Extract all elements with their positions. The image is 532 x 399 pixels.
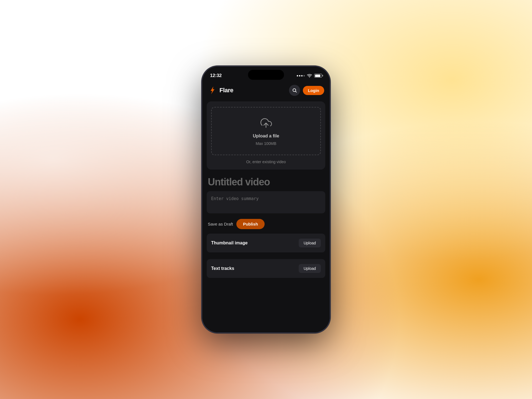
wifi-icon xyxy=(307,74,312,78)
status-bar: 12:32 xyxy=(202,66,330,81)
thumbnail-upload-button[interactable]: Upload xyxy=(299,239,321,247)
svg-marker-1 xyxy=(211,86,214,94)
safe-area xyxy=(202,323,330,332)
phone-screen: 12:32 xyxy=(202,66,330,332)
status-icons xyxy=(297,74,322,78)
search-icon xyxy=(292,88,297,93)
text-tracks-label: Text tracks xyxy=(211,266,234,271)
text-tracks-upload-button[interactable]: Upload xyxy=(299,264,321,273)
upload-alternative[interactable]: Or, enter existing video xyxy=(211,160,321,164)
thumbnail-label: Thumbnail image xyxy=(211,241,248,245)
battery-fill xyxy=(315,75,321,77)
summary-input[interactable] xyxy=(207,191,325,213)
svg-point-0 xyxy=(309,77,310,78)
svg-line-3 xyxy=(296,91,297,92)
upload-cloud-icon xyxy=(259,116,273,131)
app-header: Flare Login xyxy=(202,81,330,99)
svg-point-2 xyxy=(293,89,296,92)
upload-title: Upload a file xyxy=(253,134,279,139)
dynamic-island xyxy=(248,70,284,80)
search-button[interactable] xyxy=(289,85,300,96)
text-tracks-section: Text tracks Upload xyxy=(207,259,325,278)
video-title-section: Untitled video xyxy=(202,174,330,191)
battery-icon xyxy=(314,74,322,78)
signal-icon xyxy=(297,75,305,76)
upload-section: Upload a file Max 100MB Or, enter existi… xyxy=(207,101,325,170)
save-draft-button[interactable]: Save as Draft xyxy=(208,219,233,229)
upload-subtitle: Max 100MB xyxy=(256,141,277,146)
publish-button[interactable]: Publish xyxy=(236,219,265,229)
thumbnail-section: Thumbnail image Upload xyxy=(207,234,325,252)
app-content: Flare Login xyxy=(202,81,330,323)
brand-logo-icon xyxy=(208,86,217,95)
status-time: 12:32 xyxy=(210,73,222,78)
brand-name: Flare xyxy=(219,87,233,94)
summary-section xyxy=(207,191,325,214)
header-brand: Flare xyxy=(208,86,233,95)
header-actions: Login xyxy=(289,85,324,96)
action-buttons: Save as Draft Publish xyxy=(202,219,330,234)
login-button[interactable]: Login xyxy=(303,86,324,95)
phone-frame: 12:32 xyxy=(202,66,330,332)
video-title[interactable]: Untitled video xyxy=(208,176,324,188)
upload-dropzone[interactable]: Upload a file Max 100MB xyxy=(211,107,321,155)
